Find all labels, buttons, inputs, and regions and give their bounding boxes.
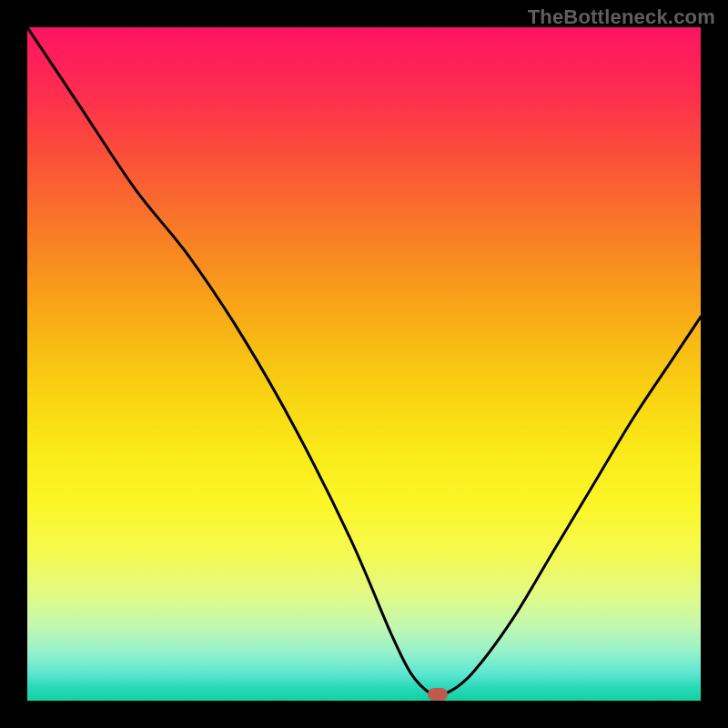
optimal-point-marker [428, 688, 448, 701]
plot-area [27, 27, 701, 701]
chart-stage: TheBottleneck.com [0, 0, 728, 728]
bottleneck-curve [27, 27, 701, 701]
watermark-text: TheBottleneck.com [528, 5, 715, 29]
